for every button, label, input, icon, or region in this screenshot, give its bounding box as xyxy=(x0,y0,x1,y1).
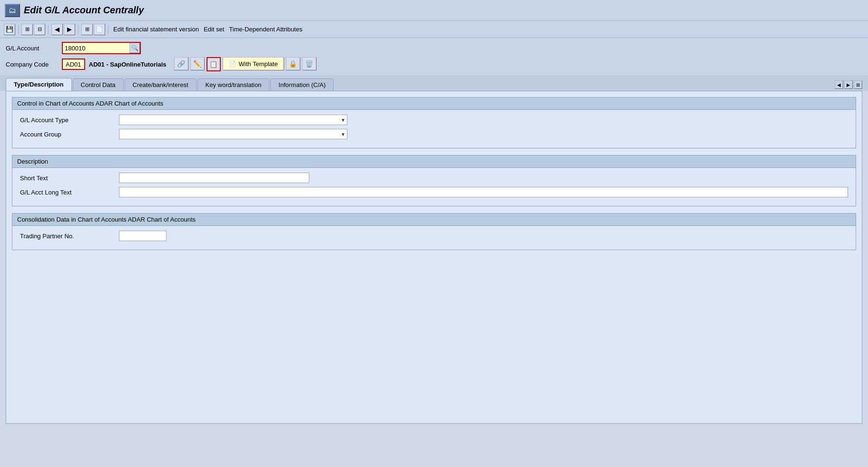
back-icon: ◀ xyxy=(55,26,59,33)
gl-long-text-input[interactable] xyxy=(119,187,848,197)
layout-icon: ⊞ xyxy=(25,26,30,32)
company-code-label: Company Code xyxy=(6,61,58,68)
tab-control-data[interactable]: Control Data xyxy=(73,78,124,91)
tabs-list: Type/Description Control Data Create/ban… xyxy=(6,78,334,91)
menu-time-dependent[interactable]: Time-Dependent Attributes xyxy=(227,26,304,33)
tab-key-word-translation-label: Key word/translation xyxy=(206,81,262,88)
gl-account-row: G/L Account 🔍 xyxy=(6,42,862,54)
tab-control-data-label: Control Data xyxy=(81,81,116,88)
company-code-row: Company Code AD01 AD01 - SapOnlineTutori… xyxy=(6,57,862,71)
doc-icon: 📄 xyxy=(96,26,103,32)
gl-account-input[interactable] xyxy=(63,43,129,53)
forward-icon: ▶ xyxy=(67,26,72,33)
tab-key-word-translation[interactable]: Key word/translation xyxy=(197,78,270,91)
toolbar-sep-4 xyxy=(108,25,108,34)
toolbar-layout2-btn[interactable]: ⊟ xyxy=(34,24,45,35)
template-icon: 📄 xyxy=(229,60,236,67)
section-description-body: Short Text G/L Acct Long Text xyxy=(12,168,856,206)
gl-account-search-btn[interactable]: 🔍 xyxy=(129,43,140,53)
toolbar-sep-2 xyxy=(48,25,49,34)
tab-nav-btns: ◀ ▶ ⊞ xyxy=(835,80,862,91)
gl-long-text-label: G/L Acct Long Text xyxy=(20,189,115,196)
main-content: Control in Chart of Accounts ADAR Chart … xyxy=(6,91,862,424)
company-code-input[interactable]: AD01 xyxy=(62,58,85,70)
section-consolidation-header: Consolidation Data in Chart of Accounts … xyxy=(12,214,856,226)
with-template-btn[interactable]: 📄 With Template xyxy=(223,57,284,70)
grid-icon: ⊞ xyxy=(85,26,89,32)
short-text-row: Short Text xyxy=(20,173,848,183)
title-bar: 🗂 Edit G/L Account Centrally xyxy=(0,0,868,21)
account-group-row: Account Group ▼ xyxy=(20,129,848,139)
toolbar-sep-1 xyxy=(18,25,19,34)
section-consolidation-body: Trading Partner No. xyxy=(12,226,856,250)
account-group-select[interactable] xyxy=(119,129,347,139)
copy-icon: 📋 xyxy=(209,60,217,68)
with-template-label: With Template xyxy=(239,60,278,68)
lock-icon: 🔒 xyxy=(289,60,297,68)
section-control-chart: Control in Chart of Accounts ADAR Chart … xyxy=(12,97,856,148)
gl-account-type-select-wrapper: ▼ xyxy=(119,115,347,125)
tabs-area: Type/Description Control Data Create/ban… xyxy=(0,75,868,91)
tab-information-ca-label: Information (C/A) xyxy=(278,81,326,88)
section-control-chart-body: G/L Account Type ▼ Account Group ▼ xyxy=(12,110,856,148)
trading-partner-label: Trading Partner No. xyxy=(20,233,115,240)
delete-btn[interactable]: 🗑️ xyxy=(302,57,316,70)
form-header: G/L Account 🔍 Company Code AD01 AD01 - S… xyxy=(0,38,868,75)
section-consolidation: Consolidation Data in Chart of Accounts … xyxy=(12,213,856,250)
delete-icon: 🗑️ xyxy=(305,60,313,68)
section-description: Description Short Text G/L Acct Long Tex… xyxy=(12,155,856,206)
short-text-input[interactable] xyxy=(119,173,309,183)
toolbar-save-btn[interactable]: 💾 xyxy=(4,24,15,35)
section-control-chart-header: Control in Chart of Accounts ADAR Chart … xyxy=(12,97,856,110)
toolbar-back-btn[interactable]: ◀ xyxy=(51,24,63,35)
gl-account-type-row: G/L Account Type ▼ xyxy=(20,115,848,125)
menu-edit-financial[interactable]: Edit financial statement version xyxy=(111,26,201,33)
toolbar-forward-btn[interactable]: ▶ xyxy=(64,24,75,35)
tab-create-bank-interest-label: Create/bank/interest xyxy=(133,81,188,88)
tab-type-description-label: Type/Description xyxy=(14,81,64,88)
edit-icon: ✏️ xyxy=(193,60,201,68)
toolbar-doc-btn[interactable]: 📄 xyxy=(94,24,105,35)
short-text-label: Short Text xyxy=(20,175,115,182)
app-icon: 🗂 xyxy=(5,4,20,17)
gl-account-input-wrapper: 🔍 xyxy=(62,42,141,54)
tab-expand-btn[interactable]: ⊞ xyxy=(854,80,862,89)
copy-btn[interactable]: 📋 xyxy=(207,57,221,71)
edit-btn[interactable]: ✏️ xyxy=(190,57,205,70)
tab-create-bank-interest[interactable]: Create/bank/interest xyxy=(125,78,197,91)
window-title: Edit G/L Account Centrally xyxy=(24,5,144,16)
tab-information-ca[interactable]: Information (C/A) xyxy=(270,78,334,91)
toolbar-grid-btn[interactable]: ⊞ xyxy=(81,24,93,35)
company-code-value: AD01 xyxy=(66,61,81,68)
toolbar-sep-3 xyxy=(78,25,79,34)
trading-partner-row: Trading Partner No. xyxy=(20,231,848,241)
trading-partner-input[interactable] xyxy=(119,231,167,241)
toolbar: 💾 ⊞ ⊟ ◀ ▶ ⊞ 📄 Edit financial statement v… xyxy=(0,21,868,38)
layout2-icon: ⊟ xyxy=(38,26,42,32)
tab-type-description[interactable]: Type/Description xyxy=(6,78,72,91)
save-icon: 💾 xyxy=(6,26,13,33)
menu-edit-set[interactable]: Edit set xyxy=(202,26,226,33)
lock-btn[interactable]: 🔒 xyxy=(286,57,300,70)
gl-account-type-select[interactable] xyxy=(119,115,347,125)
gl-account-type-label: G/L Account Type xyxy=(20,117,115,124)
section-description-header: Description xyxy=(12,156,856,168)
tab-next-btn[interactable]: ▶ xyxy=(844,80,853,89)
tab-prev-btn[interactable]: ◀ xyxy=(835,80,843,89)
gl-account-label: G/L Account xyxy=(6,45,58,52)
account-group-select-wrapper: ▼ xyxy=(119,129,347,139)
link-btn[interactable]: 🔗 xyxy=(174,57,188,70)
company-code-name: AD01 - SapOnlineTutorials xyxy=(89,61,167,68)
link-icon: 🔗 xyxy=(177,60,185,68)
search-icon: 🔍 xyxy=(131,45,138,51)
toolbar-layout-btn[interactable]: ⊞ xyxy=(21,24,33,35)
account-group-label: Account Group xyxy=(20,131,115,138)
gl-long-text-row: G/L Acct Long Text xyxy=(20,187,848,197)
